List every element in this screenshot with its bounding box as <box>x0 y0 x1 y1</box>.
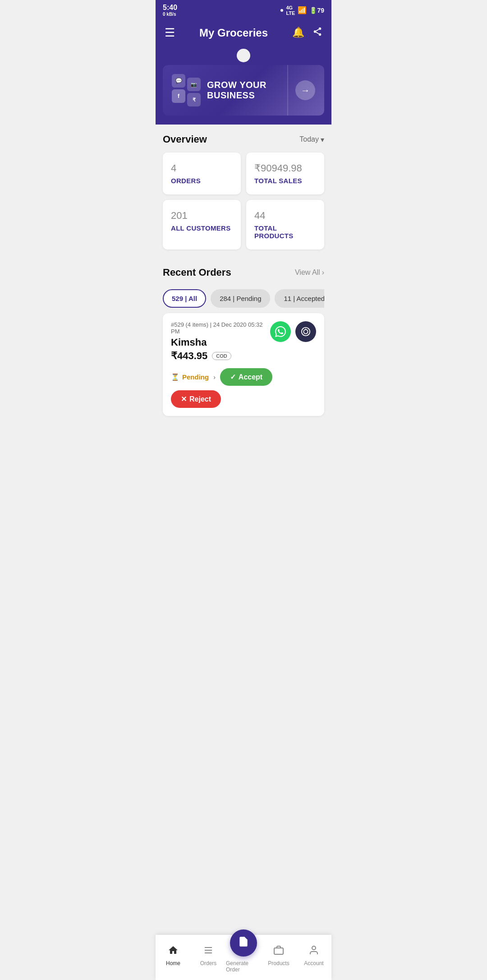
period-label: Today <box>299 135 319 143</box>
banner-arrow-button[interactable]: → <box>295 80 315 100</box>
battery-icon: 🔋79 <box>309 7 324 14</box>
chevron-right-icon: › <box>322 268 324 277</box>
svg-point-5 <box>302 328 310 336</box>
status-right: 4GLTE 📶 🔋79 <box>280 5 324 16</box>
view-all-button[interactable]: View All › <box>295 268 324 277</box>
order-card-header: #529 (4 items) | 24 Dec 2020 05:32 PM Ki… <box>171 321 316 362</box>
order-contact-buttons <box>270 321 316 342</box>
hourglass-icon: ⏳ <box>171 373 179 381</box>
app-title: My Groceries <box>199 27 268 39</box>
account-icon <box>308 945 319 958</box>
status-bar: 5:40 0 kB/s 4GLTE 📶 🔋79 <box>156 0 331 19</box>
nav-generate-order[interactable]: Generate Order <box>226 938 261 973</box>
app-header: ☰ My Groceries 🔔 <box>156 19 331 49</box>
signal-icon: 📶 <box>298 6 307 14</box>
total-products-stat-card[interactable]: 44 TOTAL PRODUCTS <box>246 200 324 250</box>
generate-order-icon <box>238 936 249 950</box>
reject-label: Reject <box>189 395 211 403</box>
notification-button[interactable]: 🔔 <box>292 27 304 39</box>
order-price-row: ₹443.95 COD <box>171 350 270 362</box>
status-arrow-icon: › <box>213 374 216 381</box>
call-contact-button[interactable] <box>295 321 316 342</box>
home-icon <box>168 945 179 958</box>
reject-order-button[interactable]: ✕ Reject <box>171 390 221 408</box>
accept-order-button[interactable]: ✓ Accept <box>220 368 272 386</box>
total-sales-stat-card[interactable]: ₹90949.98 TOTAL SALES <box>246 153 324 194</box>
nav-orders[interactable]: Orders <box>191 945 226 966</box>
banner-left: 💬 f 📷 ₹ GROW YOUR BUSINESS <box>172 74 295 106</box>
overview-header: Overview Today ▾ <box>163 134 324 145</box>
view-all-label: View All <box>295 268 320 277</box>
svg-point-13 <box>312 946 316 950</box>
products-icon <box>273 945 284 958</box>
banner-title: GROW YOUR BUSINESS <box>207 80 295 101</box>
share-button[interactable] <box>312 27 322 39</box>
order-price: ₹443.95 <box>171 350 207 362</box>
nav-products-label: Products <box>268 960 289 966</box>
whatsapp-contact-button[interactable] <box>270 321 291 342</box>
products-count: 44 <box>254 210 316 222</box>
nav-account[interactable]: Account <box>296 945 331 966</box>
products-label: TOTAL PRODUCTS <box>254 224 316 240</box>
orders-section-title: Recent Orders <box>163 267 231 278</box>
customers-label: ALL CUSTOMERS <box>171 224 233 232</box>
accept-label: Accept <box>239 373 262 381</box>
network-dot <box>280 9 283 12</box>
order-left: #529 (4 items) | 24 Dec 2020 05:32 PM Ki… <box>171 321 270 362</box>
nav-home-label: Home <box>166 960 180 966</box>
accept-check-icon: ✓ <box>230 373 236 381</box>
svg-point-0 <box>319 28 322 30</box>
total-sales-label: TOTAL SALES <box>254 177 316 185</box>
payment-social-icon: ₹ <box>187 93 201 106</box>
camera-social-icon: 📷 <box>187 78 201 91</box>
overview-section: Overview Today ▾ 4 ORDERS ₹90949.98 TOTA… <box>156 125 331 259</box>
svg-rect-12 <box>274 948 283 954</box>
payment-method-badge: COD <box>212 352 231 360</box>
recent-orders-section: Recent Orders View All › 529 | All 284 |… <box>156 259 331 425</box>
order-card: #529 (4 items) | 24 Dec 2020 05:32 PM Ki… <box>163 313 324 416</box>
reject-x-icon: ✕ <box>181 395 187 403</box>
nav-generate-order-label: Generate Order <box>226 960 261 973</box>
orders-label: ORDERS <box>171 177 233 185</box>
period-selector[interactable]: Today ▾ <box>299 135 324 144</box>
indicator-dot <box>237 49 250 62</box>
nav-account-label: Account <box>304 960 323 966</box>
status-network: 0 kB/s <box>163 12 177 17</box>
filter-all-tab[interactable]: 529 | All <box>163 289 206 308</box>
status-left: 5:40 0 kB/s <box>163 4 177 17</box>
nav-orders-label: Orders <box>200 960 217 966</box>
generate-order-button[interactable] <box>230 929 257 957</box>
orders-stat-card[interactable]: 4 ORDERS <box>163 153 241 194</box>
whatsapp-social-icon: 💬 <box>172 74 185 88</box>
customer-name: Kimsha <box>171 337 270 348</box>
svg-line-4 <box>316 29 319 31</box>
stats-grid: 4 ORDERS ₹90949.98 TOTAL SALES 201 ALL C… <box>163 153 324 250</box>
grow-business-banner[interactable]: 💬 f 📷 ₹ GROW YOUR BUSINESS → <box>163 65 324 116</box>
svg-point-6 <box>303 329 308 333</box>
banner-indicator <box>156 49 331 65</box>
svg-point-1 <box>314 30 317 33</box>
banner-container: 💬 f 📷 ₹ GROW YOUR BUSINESS → <box>156 65 331 125</box>
header-actions: 🔔 <box>292 27 322 39</box>
nav-products[interactable]: Products <box>261 945 296 966</box>
status-text: Pending <box>182 373 209 381</box>
order-meta: #529 (4 items) | 24 Dec 2020 05:32 PM <box>171 321 270 335</box>
orders-icon <box>203 945 214 958</box>
svg-point-2 <box>319 33 322 36</box>
main-content: Overview Today ▾ 4 ORDERS ₹90949.98 TOTA… <box>156 125 331 461</box>
all-customers-stat-card[interactable]: 201 ALL CUSTOMERS <box>163 200 241 250</box>
svg-line-3 <box>316 32 319 34</box>
order-filter-tabs: 529 | All 284 | Pending 11 | Accepted <box>163 286 324 313</box>
status-time: 5:40 <box>163 4 177 12</box>
network-type: 4GLTE <box>286 5 295 16</box>
bottom-navigation: Home Orders Generate Order <box>156 935 331 980</box>
menu-button[interactable]: ☰ <box>165 26 175 40</box>
order-status: ⏳ Pending <box>171 373 209 381</box>
customers-count: 201 <box>171 210 233 222</box>
filter-pending-tab[interactable]: 284 | Pending <box>211 289 270 308</box>
filter-accepted-tab[interactable]: 11 | Accepted <box>275 289 324 308</box>
chevron-down-icon: ▾ <box>321 135 324 144</box>
nav-home[interactable]: Home <box>156 945 191 966</box>
banner-social-icons: 💬 f 📷 ₹ <box>172 74 201 106</box>
facebook-social-icon: f <box>172 89 185 103</box>
